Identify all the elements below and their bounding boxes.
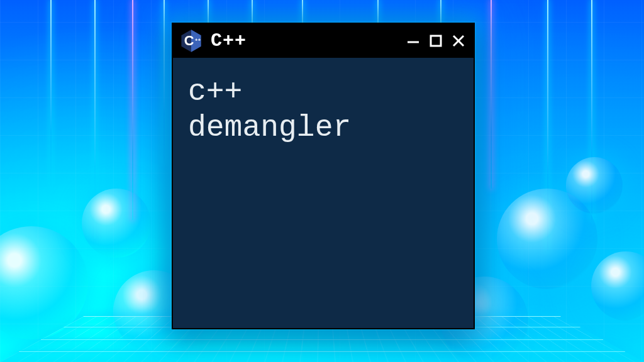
svg-text:+: + [195, 37, 198, 43]
svg-text:+: + [198, 37, 201, 43]
svg-rect-6 [431, 36, 441, 46]
decor-stream [132, 0, 133, 220]
window-controls [406, 33, 466, 48]
window-title: C++ [211, 30, 247, 52]
decor-stream [491, 0, 492, 189]
decor-stream [50, 0, 52, 189]
decor-orb [82, 189, 151, 258]
maximize-button[interactable] [428, 33, 443, 48]
cpp-logo-icon: C + + [180, 29, 202, 53]
content-line: demangler [188, 110, 458, 146]
minimize-button[interactable] [406, 33, 421, 48]
window-body: c++ demangler [173, 58, 474, 162]
titlebar[interactable]: C + + C++ [173, 24, 474, 58]
app-window: C + + C++ c++ demangler [172, 23, 475, 329]
svg-text:C: C [184, 33, 194, 48]
close-button[interactable] [451, 33, 466, 48]
content-line: c++ [188, 74, 458, 110]
decor-stream [164, 0, 165, 163]
decor-orb [566, 157, 623, 214]
